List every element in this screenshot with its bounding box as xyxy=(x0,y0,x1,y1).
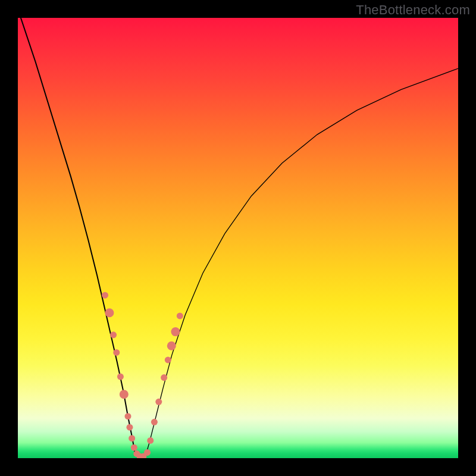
data-marker xyxy=(167,342,176,350)
data-marker xyxy=(155,399,162,405)
chart-frame: TheBottleneck.com xyxy=(0,0,476,476)
marker-group xyxy=(102,292,183,458)
data-marker xyxy=(125,413,131,419)
data-marker xyxy=(102,292,108,299)
watermark-text: TheBottleneck.com xyxy=(356,2,470,18)
curve-left xyxy=(18,18,136,456)
data-marker xyxy=(161,374,167,381)
data-marker xyxy=(147,437,154,444)
data-marker xyxy=(126,424,133,431)
data-marker xyxy=(117,374,124,380)
data-marker xyxy=(105,308,114,317)
plot-area xyxy=(18,18,458,458)
data-marker xyxy=(177,312,183,319)
chart-svg xyxy=(18,18,458,458)
data-marker xyxy=(144,449,151,456)
curve-right xyxy=(146,68,458,456)
data-marker xyxy=(171,327,180,336)
data-marker xyxy=(131,444,137,451)
data-marker xyxy=(110,331,117,338)
data-marker xyxy=(120,390,129,399)
data-marker xyxy=(113,349,120,356)
data-marker xyxy=(129,435,135,441)
data-marker xyxy=(151,419,158,425)
data-marker xyxy=(165,356,171,363)
